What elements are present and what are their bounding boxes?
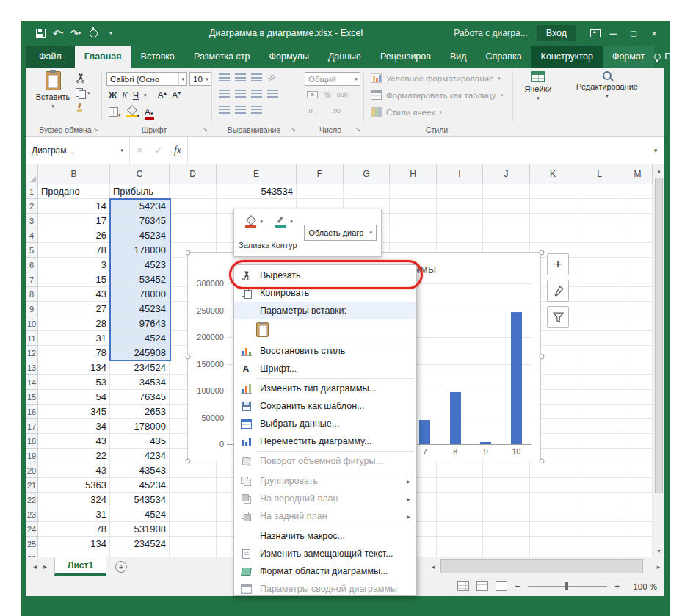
cell-styles-button[interactable]: Стили ячеек▾ — [371, 107, 442, 117]
fill-color-mini-button[interactable]: ▾ Заливка — [239, 214, 269, 252]
formula-input[interactable] — [187, 137, 647, 164]
cell-C4[interactable]: 45234 — [110, 228, 170, 243]
cancel-button[interactable]: × — [130, 137, 149, 164]
row-header-12[interactable]: 12 — [26, 346, 38, 360]
row-header-3[interactable]: 3 — [26, 214, 38, 228]
cell-B20[interactable]: 43 — [38, 463, 110, 478]
cell-K23[interactable] — [530, 507, 576, 522]
grow-font-button[interactable]: А▴ — [158, 90, 167, 101]
scroll-up-icon[interactable]: ▴ — [653, 164, 665, 176]
cell-B14[interactable]: 53 — [38, 375, 110, 390]
cell-I26[interactable] — [437, 551, 483, 557]
row-header-1[interactable]: 1 — [26, 184, 38, 199]
tab-Файл[interactable]: Файл — [26, 46, 75, 68]
cell-B19[interactable]: 22 — [38, 449, 110, 463]
cell-C2[interactable]: 54234 — [110, 199, 170, 214]
chart-resize-handle[interactable] — [186, 355, 191, 360]
column-header-F[interactable]: F — [297, 164, 344, 184]
merge-center-icon[interactable] — [251, 106, 262, 114]
cell-I3[interactable] — [437, 214, 483, 228]
column-header-E[interactable]: E — [217, 164, 297, 184]
cell-L26[interactable] — [576, 551, 623, 557]
column-header-L[interactable]: L — [576, 164, 623, 184]
paste-button[interactable]: Вставить ▾ — [33, 71, 73, 109]
row-header-14[interactable]: 14 — [26, 375, 38, 390]
column-header-B[interactable]: B — [38, 164, 110, 184]
cell-C5[interactable]: 178000 — [110, 243, 170, 258]
save-button[interactable] — [33, 24, 48, 42]
cell-B5[interactable]: 78 — [38, 243, 110, 258]
cell-L8[interactable] — [576, 287, 623, 302]
italic-button[interactable]: К — [122, 90, 127, 101]
cell-M15[interactable] — [623, 390, 653, 405]
accounting-format-icon[interactable] — [307, 91, 318, 98]
cell-C17[interactable]: 178000 — [110, 419, 170, 434]
zoom-out-button[interactable]: − — [515, 581, 520, 592]
decrease-decimal-button[interactable]: ←.00 — [325, 107, 341, 115]
zoom-level[interactable]: 100 % — [633, 582, 657, 591]
menu-item-bring-to-front[interactable]: На передний план▸ — [234, 490, 416, 507]
tab-Главная[interactable]: Главная — [75, 46, 131, 68]
menu-item-select-data[interactable]: Выбрать данные... — [234, 415, 416, 432]
cell-I21[interactable] — [437, 478, 483, 493]
row-header-5[interactable]: 5 — [26, 243, 38, 258]
cell-D20[interactable] — [170, 463, 217, 478]
menu-item-paste-option[interactable] — [234, 319, 416, 340]
cell-M2[interactable] — [623, 199, 653, 214]
menu-item-font[interactable]: АШрифт... — [234, 360, 416, 377]
decrease-indent-icon[interactable] — [219, 106, 230, 114]
maximize-button[interactable]: □ — [623, 28, 644, 39]
column-header-M[interactable]: M — [623, 164, 653, 184]
cell-C19[interactable]: 4234 — [110, 449, 170, 463]
cell-H2[interactable] — [390, 199, 437, 214]
cell-K4[interactable] — [530, 228, 576, 243]
cell-B24[interactable]: 78 — [38, 522, 110, 537]
row-header-26[interactable]: 26 — [26, 551, 38, 557]
cell-C3[interactable]: 76345 — [110, 214, 170, 228]
clipboard-dialog-launcher[interactable]: ↘ — [93, 126, 98, 133]
cell-K24[interactable] — [530, 522, 576, 537]
row-header-22[interactable]: 22 — [26, 493, 38, 507]
page-break-view-button[interactable] — [496, 581, 507, 591]
cell-M26[interactable] — [623, 551, 653, 557]
cell-L5[interactable] — [576, 243, 623, 258]
cell-C18[interactable]: 435 — [110, 434, 170, 449]
number-format-select[interactable]: Общий▾ — [305, 72, 360, 86]
menu-item-send-to-back[interactable]: На задний план▸ — [234, 507, 416, 525]
outline-color-mini-button[interactable]: ▾ Контур — [269, 214, 298, 252]
cell-J22[interactable] — [483, 493, 530, 507]
chart-bar-8[interactable] — [450, 392, 461, 444]
cell-D24[interactable] — [170, 522, 217, 537]
cell-M20[interactable] — [623, 463, 653, 478]
row-header-11[interactable]: 11 — [26, 331, 38, 346]
chart-styles-button[interactable] — [547, 280, 569, 302]
cell-E1[interactable]: 543534 — [217, 184, 297, 199]
tab-Формулы[interactable]: Формулы — [259, 46, 318, 68]
cell-I23[interactable] — [437, 507, 483, 522]
align-center-icon[interactable] — [235, 90, 246, 98]
cell-M23[interactable] — [623, 507, 653, 522]
row-header-15[interactable]: 15 — [26, 390, 38, 405]
cell-D2[interactable] — [170, 199, 217, 214]
cell-C9[interactable]: 45234 — [110, 302, 170, 316]
menu-item-edit-alt-text[interactable]: Изменить замещающий текст... — [234, 545, 416, 562]
cell-M9[interactable] — [623, 302, 653, 316]
cell-M1[interactable] — [623, 184, 653, 199]
chart-resize-handle[interactable] — [540, 355, 545, 360]
shrink-font-button[interactable]: А▾ — [172, 90, 181, 101]
cell-J23[interactable] — [483, 507, 530, 522]
cell-B4[interactable]: 26 — [38, 228, 110, 243]
font-size-select[interactable]: 10▾ — [189, 72, 211, 86]
cell-D3[interactable] — [170, 214, 217, 228]
cell-L6[interactable] — [576, 258, 623, 272]
row-header-19[interactable]: 19 — [26, 449, 38, 463]
tab-Разметка стр[interactable]: Разметка стр — [184, 46, 259, 68]
font-name-select[interactable]: Calibri (Осно▾ — [106, 72, 187, 86]
undo-button[interactable]: ↶▾ — [51, 24, 65, 42]
cell-B25[interactable]: 134 — [38, 537, 110, 551]
column-header-H[interactable]: H — [390, 164, 437, 184]
cell-C23[interactable]: 4524 — [110, 507, 170, 522]
cell-J21[interactable] — [483, 478, 530, 493]
cell-C22[interactable]: 543534 — [110, 493, 170, 507]
chart-elements-button[interactable]: + — [547, 253, 569, 275]
